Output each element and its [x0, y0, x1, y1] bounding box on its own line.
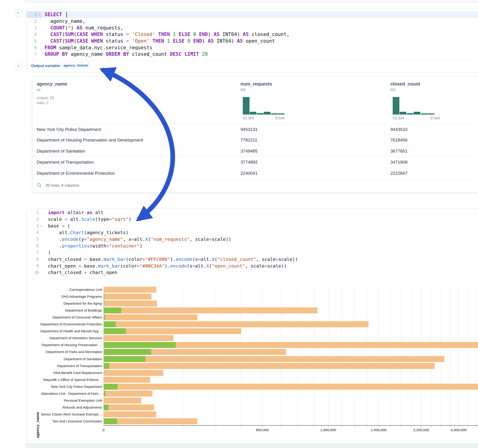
code-text: GROUP BY agency_name ORDER BY closed_cou… [42, 51, 208, 57]
table-cell: 3677651 [390, 146, 408, 157]
table-row[interactable]: Department of Transportation377489234719… [32, 156, 478, 168]
table-row[interactable]: New York City Police Department945313194… [32, 124, 478, 135]
histogram-bar [278, 113, 284, 115]
python-line-10[interactable]: 10chart_closed + chart_open [27, 269, 478, 276]
table-row[interactable]: Department of Housing Preservation and D… [32, 134, 478, 146]
bar-closed-count [104, 314, 197, 320]
code-text: import altair as alt [46, 210, 104, 215]
line-number: 7 [27, 51, 42, 58]
y-tick [102, 290, 104, 290]
bar-open-count [104, 349, 151, 355]
text-cursor [66, 12, 67, 18]
code-text: CAST(SUM(CASE WHEN status = 'Open' THEN … [42, 38, 275, 44]
histogram-bar [257, 113, 264, 115]
y-axis-label: Department of Environmental Protection [28, 322, 102, 326]
line-number: 6 [27, 243, 46, 249]
gridline [411, 286, 411, 425]
python-line-9[interactable]: 9chart_open = base.mark_bar(color="#8BC3… [27, 262, 478, 269]
python-line-4[interactable]: 4 alt.Chart(agency_tickets) [27, 229, 478, 236]
column-histogram [243, 97, 285, 115]
y-tick [102, 359, 104, 359]
sql-cell: 1∨SELECT 2 agency_name,3 COUNT(*) AS num… [26, 8, 478, 72]
python-line-3[interactable]: 3∨base = ( [27, 223, 478, 229]
output-variable-pill[interactable]: agency_tickets [62, 62, 90, 68]
y-axis-label: Department of Buildings [28, 308, 102, 312]
output-variable-label: Output variable: [31, 64, 61, 68]
column-type: i64 [390, 88, 395, 92]
bar-open-count [104, 342, 176, 348]
sql-line-6[interactable]: 6FROM sample_data.nyc.service_requests [27, 44, 478, 51]
sql-line-4[interactable]: 4 CAST(SUM(CASE WHEN status = 'Closed' T… [27, 31, 478, 38]
table-row[interactable]: Department of Environmental Protection22… [32, 168, 478, 179]
x-axis-tick-label: 3,200,000 [413, 428, 429, 432]
bar-open-count [104, 384, 118, 390]
bar-closed-count [104, 418, 197, 424]
y-axis-label: Department for the Aging [28, 301, 102, 305]
gridline [421, 286, 421, 425]
line-number: 3∨ [27, 223, 46, 229]
x-tick [298, 426, 298, 427]
x-axis-tick-label: 4,000,000 [451, 428, 467, 432]
histogram-bar [264, 112, 270, 115]
x-tick [281, 426, 281, 427]
python-line-7[interactable]: 7) [27, 249, 478, 256]
bar-closed-count [104, 356, 444, 362]
y-tick [102, 414, 104, 415]
table-cell: 2222847 [390, 168, 408, 179]
sql-code-editor[interactable]: 1∨SELECT 2 agency_name,3 COUNT(*) AS num… [27, 8, 478, 58]
x-tick [216, 426, 216, 427]
histogram-bar [428, 113, 434, 115]
table-cell: 2240041 [240, 168, 258, 179]
code-text: .properties(width="container") [46, 243, 142, 249]
x-tick [411, 426, 411, 427]
x-tick [328, 426, 328, 427]
x-tick [314, 426, 314, 427]
sql-line-5[interactable]: 5 CAST(SUM(CASE WHEN status = 'Open' THE… [27, 38, 478, 44]
python-line-2[interactable]: 2scale = alt.Scale(type="sqrt") [27, 216, 478, 223]
sql-line-1[interactable]: 1∨SELECT [27, 11, 478, 18]
python-line-6[interactable]: 6 .properties(width="container") [27, 243, 478, 249]
code-text: scale = alt.Scale(type="sqrt") [46, 216, 131, 222]
line-number: 1∨ [27, 11, 42, 18]
python-line-5[interactable]: 5 .encode(y="agency_name", x=alt.X("num_… [27, 236, 478, 243]
column-title: agency_name [37, 81, 67, 87]
collapse-caret-icon[interactable]: ∨ [37, 13, 40, 16]
line-number: 9 [27, 262, 46, 269]
add-cell-button-top[interactable]: + [14, 9, 22, 17]
table-cell: Department of Sanitation [37, 146, 85, 157]
python-line-1[interactable]: 1import altair as alt [27, 209, 478, 216]
search-icon[interactable] [37, 183, 42, 188]
y-tick [102, 387, 104, 387]
x-tick [401, 426, 401, 427]
gridline [467, 286, 468, 425]
gridline [355, 286, 355, 425]
y-tick [102, 297, 104, 297]
x-axis-tick-label: 1,600,000 [320, 428, 336, 432]
table-row[interactable]: Department of Sanitation37494853677651 [32, 145, 478, 157]
table-footer: 20 rows, 4 columns [32, 179, 478, 192]
sql-line-2[interactable]: 2 agency_name, [27, 18, 478, 25]
python-code-editor[interactable]: 1import altair as alt2scale = alt.Scale(… [27, 209, 478, 276]
bar-closed-count [104, 321, 368, 327]
python-line-8[interactable]: 8chart_closed = base.mark_bar(color="#FF… [27, 256, 478, 262]
gridline [379, 286, 379, 425]
sql-line-3[interactable]: 3 COUNT(*) AS num_requests, [27, 25, 478, 31]
y-tick [102, 366, 104, 366]
table-row-count: 20 rows, 4 columns [45, 183, 79, 188]
bar-open-count [104, 300, 104, 306]
add-cell-button-output[interactable]: + [14, 62, 22, 70]
gridline [440, 286, 441, 425]
y-tick [102, 331, 104, 331]
sql-line-7[interactable]: 7GROUP BY agency_name ORDER BY closed_co… [27, 51, 478, 58]
code-text: chart_open = base.mark_bar(color="#8BC34… [46, 263, 287, 269]
bar-closed-count [104, 411, 156, 417]
gridline [342, 286, 342, 425]
y-tick [102, 311, 104, 311]
collapse-caret-icon[interactable]: ∨ [39, 224, 42, 227]
column-type: i64 [240, 88, 245, 92]
gridline [476, 286, 476, 425]
gridline [431, 286, 431, 425]
gridline [328, 286, 328, 425]
bar-closed-count [104, 335, 173, 341]
code-text: alt.Chart(agency_tickets) [46, 230, 128, 235]
